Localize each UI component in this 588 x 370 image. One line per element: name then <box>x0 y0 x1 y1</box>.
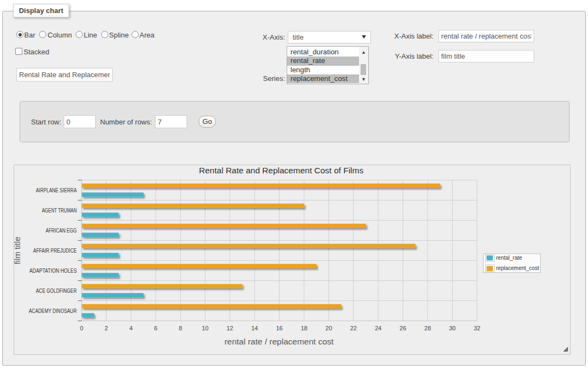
svg-text:14: 14 <box>251 325 258 331</box>
svg-text:ACE GOLDFINGER: ACE GOLDFINGER <box>36 288 77 294</box>
svg-text:32: 32 <box>474 325 480 331</box>
svg-text:24: 24 <box>375 325 381 331</box>
svg-text:16: 16 <box>276 325 282 331</box>
svg-text:6: 6 <box>154 325 157 331</box>
svg-text:AIRPLANE SIERRA: AIRPLANE SIERRA <box>36 187 77 193</box>
svg-text:rental rate / replacement cost: rental rate / replacement cost <box>225 337 334 346</box>
svg-text:20: 20 <box>325 325 332 331</box>
svg-text:replacement_cost: replacement_cost <box>496 265 539 271</box>
svg-text:4: 4 <box>129 325 133 331</box>
svg-text:28: 28 <box>424 325 431 331</box>
svg-text:AGENT TRUMAN: AGENT TRUMAN <box>42 208 77 214</box>
svg-text:18: 18 <box>301 325 307 331</box>
svg-text:10: 10 <box>202 325 208 331</box>
svg-text:rental_rate: rental_rate <box>496 255 522 261</box>
svg-text:26: 26 <box>400 325 406 331</box>
svg-text:2: 2 <box>104 325 108 331</box>
svg-text:ACADEMY DINOSAUR: ACADEMY DINOSAUR <box>29 308 77 314</box>
svg-text:AFRICAN EGG: AFRICAN EGG <box>46 228 77 234</box>
svg-text:30: 30 <box>449 325 455 331</box>
svg-text:0: 0 <box>80 325 83 331</box>
svg-text:22: 22 <box>350 325 357 331</box>
svg-text:12: 12 <box>226 325 233 331</box>
svg-text:Rental Rate and Replacement Co: Rental Rate and Replacement Cost of Film… <box>199 166 364 175</box>
svg-text:8: 8 <box>179 325 182 331</box>
svg-text:film title: film title <box>14 237 22 265</box>
svg-text:ADAPTATION HOLES: ADAPTATION HOLES <box>29 268 77 274</box>
svg-text:AFFAIR PREJUDICE: AFFAIR PREJUDICE <box>33 248 77 254</box>
